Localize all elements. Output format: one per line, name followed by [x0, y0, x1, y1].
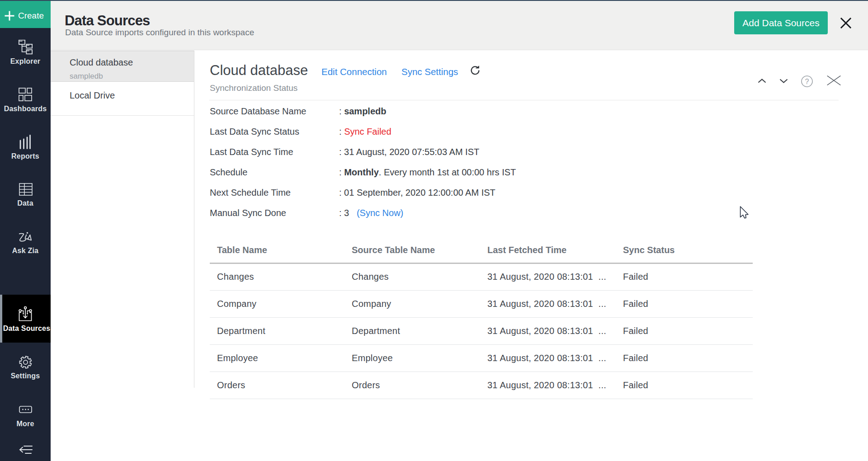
svg-text:?: ?: [805, 78, 809, 85]
